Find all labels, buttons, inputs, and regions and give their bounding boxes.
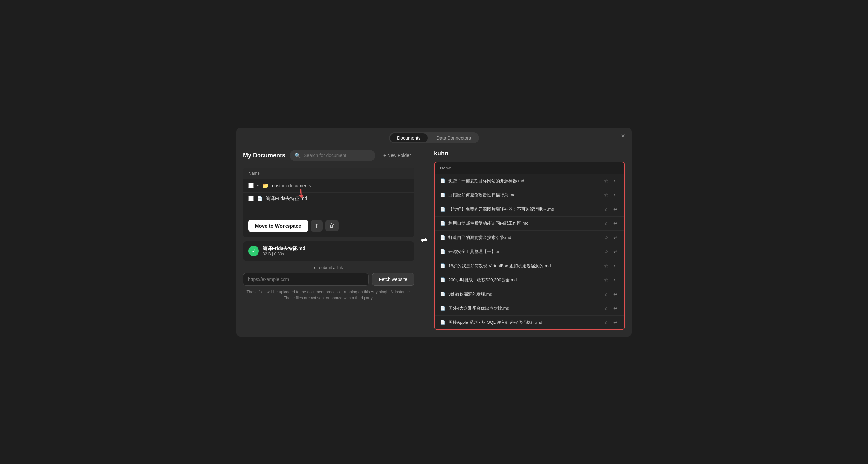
ws-file-name: 18岁的我是如何发现 VirtualBox 虚拟机逃逸漏洞的.md	[448, 263, 599, 269]
ws-file-name: 黑掉Apple 系列 - 从 SQL 注入到远程代码执行.md	[448, 320, 599, 326]
upload-filename: 编译Frida去特征.md	[263, 246, 305, 252]
file-doc-icon: 📄	[257, 196, 262, 201]
ws-actions: ☆ ↩	[602, 177, 619, 185]
link-input[interactable]	[243, 273, 369, 286]
or-label: or submit a link	[243, 265, 414, 270]
file-doc-icon: 📄	[440, 306, 445, 311]
tab-bar: Documents Data Connectors	[389, 132, 479, 143]
folder-icon: 📁	[262, 183, 269, 189]
list-item: 📄 打造自己的漏洞赏金搜索引擎.md ☆ ↩	[435, 231, 624, 245]
file-table: Name ▾ 📁 custom-documents 📄 编译Frida去特征.m…	[243, 167, 414, 237]
new-folder-button[interactable]: + New Folder	[380, 151, 414, 160]
main-modal: Documents Data Connectors × My Documents…	[237, 128, 631, 337]
ws-file-name: 免费！一键复刻目标网站的开源神器.md	[448, 178, 599, 184]
pin-button[interactable]: ☆	[602, 248, 610, 255]
restore-button[interactable]: ↩	[612, 248, 619, 255]
file-table-header: Name	[243, 167, 414, 179]
tab-data-connectors[interactable]: Data Connectors	[429, 133, 478, 142]
disclaimer-text: These files will be uploaded to the docu…	[243, 289, 414, 301]
workspace-table-header: Name	[435, 162, 624, 174]
file-name: 编译Frida去特征.md	[266, 196, 307, 202]
modal-body: My Documents 🔍 + New Folder Name ▾ 📁 cus…	[237, 143, 631, 330]
modal-header: Documents Data Connectors ×	[237, 128, 631, 143]
ws-actions: ☆ ↩	[602, 291, 619, 298]
upload-status-area: ✓ 编译Frida去特征.md 32 B | 0.30s	[243, 241, 414, 261]
restore-button[interactable]: ↩	[612, 234, 619, 241]
ws-actions: ☆ ↩	[602, 234, 619, 241]
left-top-row: My Documents 🔍 + New Folder	[243, 150, 414, 161]
export-button[interactable]: ⬆	[311, 220, 323, 232]
file-doc-icon: 📄	[440, 207, 445, 211]
link-section: or submit a link Fetch website These fil…	[243, 265, 414, 301]
close-button[interactable]: ×	[621, 132, 625, 139]
search-input[interactable]	[304, 153, 371, 158]
list-item: 📄 白帽应如何避免攻击性扫描行为.md ☆ ↩	[435, 188, 624, 202]
divider-area: ⇌	[414, 150, 434, 330]
file-doc-icon: 📄	[440, 320, 445, 325]
ws-file-name: 3处微软漏洞的发现.md	[448, 291, 599, 297]
workspace-table: Name 📄 免费！一键复刻目标网站的开源神器.md ☆ ↩ 📄 白帽应如何避免…	[434, 162, 625, 330]
file-checkbox[interactable]	[248, 196, 253, 201]
list-item: 📄 200小时挑战，收获$20,300赏金.md ☆ ↩	[435, 273, 624, 287]
file-doc-icon: 📄	[440, 263, 445, 268]
chevron-down-icon: ▾	[257, 183, 259, 188]
ws-file-name: 白帽应如何避免攻击性扫描行为.md	[448, 192, 599, 198]
pin-button[interactable]: ☆	[602, 291, 610, 298]
file-doc-icon: 📄	[440, 249, 445, 254]
pin-button[interactable]: ☆	[602, 262, 610, 269]
restore-button[interactable]: ↩	[612, 206, 619, 213]
restore-button[interactable]: ↩	[612, 319, 619, 326]
action-area: ➘ Move to Workspace ⬆ 🗑	[243, 205, 414, 237]
ws-actions: ☆ ↩	[602, 220, 619, 227]
ws-actions: ☆ ↩	[602, 276, 619, 284]
restore-button[interactable]: ↩	[612, 220, 619, 227]
restore-button[interactable]: ↩	[612, 291, 619, 298]
file-doc-icon: 📄	[440, 235, 445, 240]
left-panel: My Documents 🔍 + New Folder Name ▾ 📁 cus…	[243, 150, 414, 330]
pin-button[interactable]: ☆	[602, 177, 610, 185]
move-to-workspace-button[interactable]: Move to Workspace	[248, 220, 308, 232]
link-row: Fetch website	[243, 273, 414, 286]
list-item: 📄 18岁的我是如何发现 VirtualBox 虚拟机逃逸漏洞的.md ☆ ↩	[435, 259, 624, 273]
table-row: ▾ 📁 custom-documents	[243, 179, 414, 193]
file-doc-icon: 📄	[440, 193, 445, 197]
list-item: 📄 黑掉Apple 系列 - 从 SQL 注入到远程代码执行.md ☆ ↩	[435, 316, 624, 329]
ws-file-name: 200小时挑战，收获$20,300赏金.md	[448, 277, 599, 283]
pin-button[interactable]: ☆	[602, 234, 610, 241]
file-doc-icon: 📄	[440, 221, 445, 226]
delete-button[interactable]: 🗑	[326, 220, 339, 231]
pin-button[interactable]: ☆	[602, 319, 610, 326]
ws-actions: ☆ ↩	[602, 305, 619, 312]
restore-button[interactable]: ↩	[612, 177, 619, 185]
restore-button[interactable]: ↩	[612, 192, 619, 199]
action-bar: Move to Workspace ⬆ 🗑	[248, 220, 409, 232]
file-doc-icon: 📄	[440, 292, 445, 297]
file-checkbox[interactable]	[248, 183, 253, 188]
search-box[interactable]: 🔍	[290, 150, 375, 161]
list-item: 📄 利用自动邮件回复功能访问内部工作区.md ☆ ↩	[435, 217, 624, 231]
ws-file-name: 打造自己的漏洞赏金搜索引擎.md	[448, 235, 599, 240]
pin-button[interactable]: ☆	[602, 305, 610, 312]
ws-file-name: 利用自动邮件回复功能访问内部工作区.md	[448, 221, 599, 226]
list-item: 📄 开源安全工具整理【一】.md ☆ ↩	[435, 245, 624, 259]
pin-button[interactable]: ☆	[602, 276, 610, 284]
ws-actions: ☆ ↩	[602, 192, 619, 199]
folder-name: custom-documents	[272, 183, 311, 188]
search-icon: 🔍	[294, 152, 301, 159]
pin-button[interactable]: ☆	[602, 220, 610, 227]
right-panel: kuhn Name 📄 免费！一键复刻目标网站的开源神器.md ☆ ↩ 📄 白帽…	[434, 150, 625, 330]
restore-button[interactable]: ↩	[612, 276, 619, 284]
fetch-website-button[interactable]: Fetch website	[372, 273, 414, 286]
my-documents-title: My Documents	[243, 152, 285, 159]
list-item: 📄 免费！一键复刻目标网站的开源神器.md ☆ ↩	[435, 174, 624, 188]
ws-actions: ☆ ↩	[602, 248, 619, 255]
pin-button[interactable]: ☆	[602, 206, 610, 213]
ws-actions: ☆ ↩	[602, 319, 619, 326]
file-doc-icon: 📄	[440, 277, 445, 283]
table-row: 📄 编译Frida去特征.md	[243, 193, 414, 205]
tab-documents[interactable]: Documents	[390, 133, 428, 142]
ws-file-name: 开源安全工具整理【一】.md	[448, 249, 599, 255]
pin-button[interactable]: ☆	[602, 192, 610, 199]
restore-button[interactable]: ↩	[612, 262, 619, 269]
restore-button[interactable]: ↩	[612, 305, 619, 312]
